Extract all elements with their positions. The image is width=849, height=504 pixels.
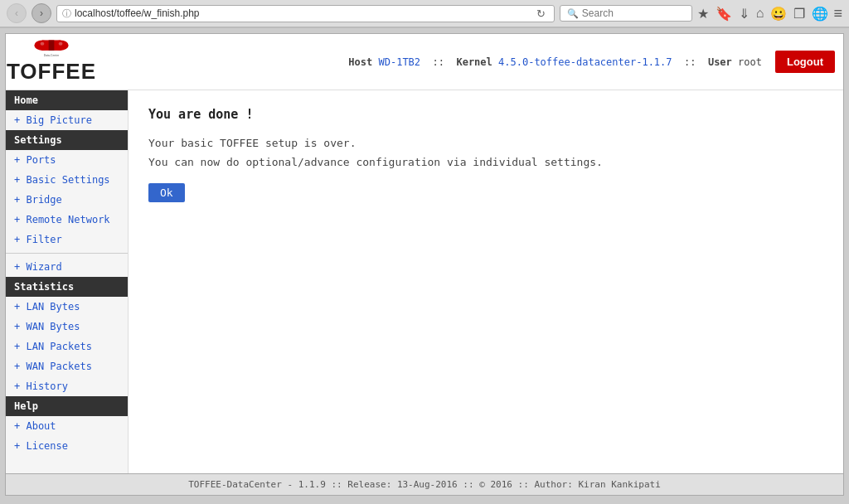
- menu-button[interactable]: ≡: [833, 5, 842, 22]
- url-text: localhost/toffee/w_finish.php: [75, 7, 530, 19]
- search-icon: 🔍: [567, 8, 579, 19]
- sidebar-statistics-header: Statistics: [6, 277, 128, 297]
- sidebar-item-license[interactable]: + License: [6, 436, 128, 456]
- page-inner: Data-Center TOFFEE Host WD-1TB2 :: Kerne…: [5, 33, 844, 496]
- svg-point-5: [59, 42, 63, 46]
- sidebar-settings-header: Settings: [6, 130, 128, 150]
- sidebar-item-ports[interactable]: + Ports: [6, 150, 128, 170]
- sidebar: Home + Big Picture Settings + Ports + Ba…: [6, 90, 129, 473]
- sidebar-item-basic-settings[interactable]: + Basic Settings: [6, 170, 128, 190]
- site-header: Data-Center TOFFEE Host WD-1TB2 :: Kerne…: [6, 34, 843, 90]
- star-icon[interactable]: ★: [697, 6, 709, 22]
- back-button[interactable]: ‹: [7, 3, 27, 23]
- sidebar-home-header[interactable]: Home: [6, 90, 128, 110]
- refresh-button[interactable]: ↻: [533, 7, 549, 20]
- forward-button[interactable]: ›: [32, 3, 51, 23]
- logo-svg: Data-Center: [14, 39, 89, 59]
- ok-button[interactable]: Ok: [148, 183, 185, 202]
- home-icon[interactable]: ⌂: [756, 6, 764, 21]
- page-title: You are done !: [148, 107, 823, 122]
- sidebar-item-lan-bytes[interactable]: + LAN Bytes: [6, 297, 128, 317]
- bookmark-icon[interactable]: 🔖: [716, 6, 732, 22]
- browser-toolbar: ‹ › ⓘ localhost/toffee/w_finish.php ↻ 🔍 …: [0, 0, 849, 27]
- emoji-icon[interactable]: 😀: [770, 6, 787, 22]
- toolbar-icons: ★ 🔖 ⇓ ⌂ 😀 ❐ 🌐: [697, 6, 829, 22]
- sidebar-item-filter[interactable]: + Filter: [6, 230, 128, 250]
- sidebar-help-header: Help: [6, 396, 128, 416]
- logo-area: Data-Center TOFFEE: [14, 39, 89, 85]
- kernel-value: 4.5.0-toffee-datacenter-1.1.7: [498, 56, 672, 68]
- page-wrapper: Data-Center TOFFEE Host WD-1TB2 :: Kerne…: [0, 28, 849, 501]
- sidebar-item-wan-bytes[interactable]: + WAN Bytes: [6, 317, 128, 337]
- svg-rect-3: [49, 40, 55, 50]
- host-info: Host WD-1TB2 :: Kernel 4.5.0-toffee-data…: [348, 56, 762, 68]
- user-label: User: [708, 56, 732, 68]
- firefox-icon[interactable]: 🌐: [812, 6, 828, 22]
- info-icon: ⓘ: [62, 7, 71, 20]
- sidebar-item-wizard[interactable]: + Wizard: [6, 257, 128, 277]
- svg-point-4: [41, 42, 45, 46]
- sidebar-item-remote-network[interactable]: + Remote Network: [6, 210, 128, 230]
- svg-text:Data-Center: Data-Center: [44, 54, 60, 57]
- body-layout: Home + Big Picture Settings + Ports + Ba…: [6, 90, 843, 473]
- address-bar[interactable]: ⓘ localhost/toffee/w_finish.php ↻: [56, 5, 555, 22]
- sidebar-item-lan-packets[interactable]: + LAN Packets: [6, 337, 128, 356]
- user-value: root: [738, 56, 762, 68]
- logo-image: Data-Center TOFFEE: [14, 39, 89, 85]
- pocket-icon[interactable]: ❐: [793, 6, 805, 22]
- search-input[interactable]: [582, 7, 673, 19]
- sidebar-item-history[interactable]: + History: [6, 376, 128, 396]
- download-icon[interactable]: ⇓: [739, 6, 750, 22]
- header-right: Host WD-1TB2 :: Kernel 4.5.0-toffee-data…: [348, 51, 835, 73]
- search-box[interactable]: 🔍: [560, 5, 692, 22]
- divider-1: [6, 253, 128, 254]
- site-footer: TOFFEE-DataCenter - 1.1.9 :: Release: 13…: [6, 473, 843, 495]
- sidebar-item-wan-packets[interactable]: + WAN Packets: [6, 356, 128, 376]
- sidebar-item-big-picture[interactable]: + Big Picture: [6, 110, 128, 130]
- host-value: WD-1TB2: [379, 56, 421, 68]
- browser-chrome: ‹ › ⓘ localhost/toffee/w_finish.php ↻ 🔍 …: [0, 0, 849, 28]
- content-line-2: You can now do optional/advance configur…: [148, 156, 823, 168]
- main-content: You are done ! Your basic TOFFEE setup i…: [129, 90, 843, 473]
- logout-button[interactable]: Logout: [775, 51, 835, 73]
- host-label: Host: [348, 56, 372, 68]
- logo-text: TOFFEE: [7, 59, 96, 85]
- content-line-1: Your basic TOFFEE setup is over.: [148, 137, 823, 149]
- footer-text: TOFFEE-DataCenter - 1.1.9 :: Release: 13…: [188, 479, 661, 490]
- sidebar-item-bridge[interactable]: + Bridge: [6, 190, 128, 210]
- kernel-label: Kernel: [456, 56, 492, 68]
- sidebar-item-about[interactable]: + About: [6, 416, 128, 436]
